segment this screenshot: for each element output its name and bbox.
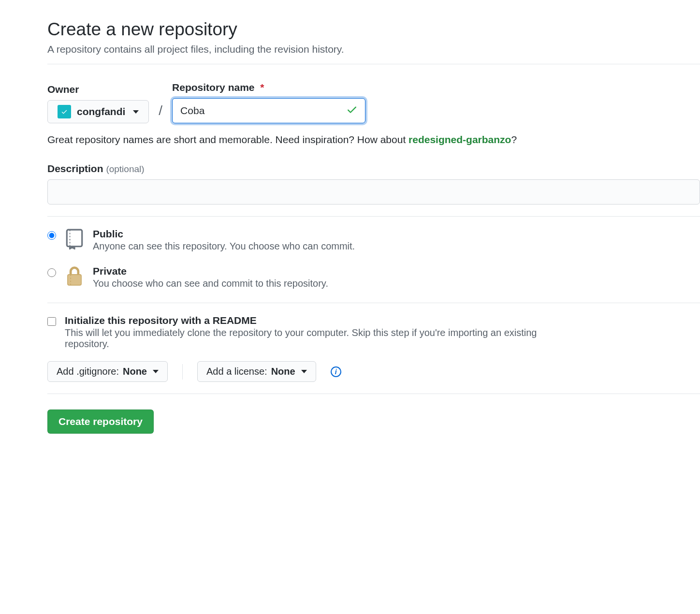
svg-rect-2 — [68, 275, 81, 285]
license-prefix-text: Add a license: — [206, 366, 267, 377]
divider — [47, 303, 700, 303]
create-repository-button[interactable]: Create repository — [47, 409, 154, 434]
gitignore-prefix-text: Add .gitignore: — [57, 366, 119, 377]
divider — [47, 394, 700, 394]
repo-name-input[interactable] — [172, 98, 365, 123]
lock-icon — [64, 265, 85, 287]
gitignore-license-row: Add .gitignore: None Add a license: None… — [47, 361, 700, 382]
visibility-public-title: Public — [93, 228, 355, 240]
license-value-text: None — [271, 366, 295, 377]
page-title: Create a new repository — [47, 19, 700, 40]
owner-column: Owner congfandi — [47, 84, 149, 123]
description-label-row: Description (optional) — [47, 163, 700, 175]
add-gitignore-button[interactable]: Add .gitignore: None — [47, 361, 168, 382]
repo-name-suggestion-link[interactable]: redesigned-garbanzo — [408, 134, 511, 145]
caret-down-icon — [153, 370, 159, 373]
info-icon[interactable]: i — [331, 366, 341, 377]
owner-label: Owner — [47, 84, 149, 95]
divider — [47, 64, 700, 64]
init-readme-checkbox[interactable] — [47, 317, 56, 326]
repo-name-helper: Great repository names are short and mem… — [47, 134, 700, 146]
repo-public-icon — [64, 228, 85, 249]
divider — [47, 216, 700, 217]
caret-down-icon — [301, 370, 307, 373]
page-subtitle: A repository contains all project files,… — [47, 44, 700, 55]
description-input[interactable] — [47, 179, 700, 205]
visibility-private-title: Private — [93, 265, 328, 277]
required-star-icon: * — [260, 82, 264, 93]
visibility-private-radio[interactable] — [47, 268, 56, 277]
helper-text-part1: Great repository names are short and mem… — [47, 134, 408, 145]
repo-name-input-wrap — [172, 98, 365, 123]
vertical-divider — [182, 364, 183, 380]
owner-repo-separator: / — [157, 103, 164, 123]
init-readme-text: Initialize this repository with a README… — [65, 315, 577, 350]
visibility-public-desc: Anyone can see this repository. You choo… — [93, 241, 355, 252]
repo-name-label-text: Repository name — [172, 82, 254, 93]
visibility-private-desc: You choose who can see and commit to thi… — [93, 278, 328, 289]
visibility-public-text: Public Anyone can see this repository. Y… — [93, 228, 355, 252]
add-license-button[interactable]: Add a license: None — [197, 361, 316, 382]
init-readme-desc: This will let you immediately clone the … — [65, 327, 577, 350]
init-readme-title: Initialize this repository with a README — [65, 315, 577, 326]
visibility-public-option[interactable]: Public Anyone can see this repository. Y… — [47, 228, 700, 252]
helper-trailing: ? — [511, 134, 517, 145]
caret-down-icon — [133, 110, 139, 114]
owner-name-text: congfandi — [77, 106, 125, 117]
owner-avatar-icon — [58, 105, 71, 118]
init-readme-option[interactable]: Initialize this repository with a README… — [47, 315, 700, 350]
gitignore-value-text: None — [123, 366, 147, 377]
visibility-private-text: Private You choose who can see and commi… — [93, 265, 328, 289]
description-block: Description (optional) — [47, 163, 700, 205]
description-label: Description — [47, 163, 103, 174]
description-optional-text: (optional) — [106, 164, 144, 174]
repo-name-label: Repository name * — [172, 82, 365, 93]
owner-select-button[interactable]: congfandi — [47, 100, 149, 123]
owner-name-row: Owner congfandi / Repository name * — [47, 82, 700, 123]
svg-rect-0 — [67, 230, 82, 247]
repo-name-column: Repository name * — [172, 82, 365, 123]
visibility-public-radio[interactable] — [47, 231, 56, 240]
visibility-private-option[interactable]: Private You choose who can see and commi… — [47, 265, 700, 289]
